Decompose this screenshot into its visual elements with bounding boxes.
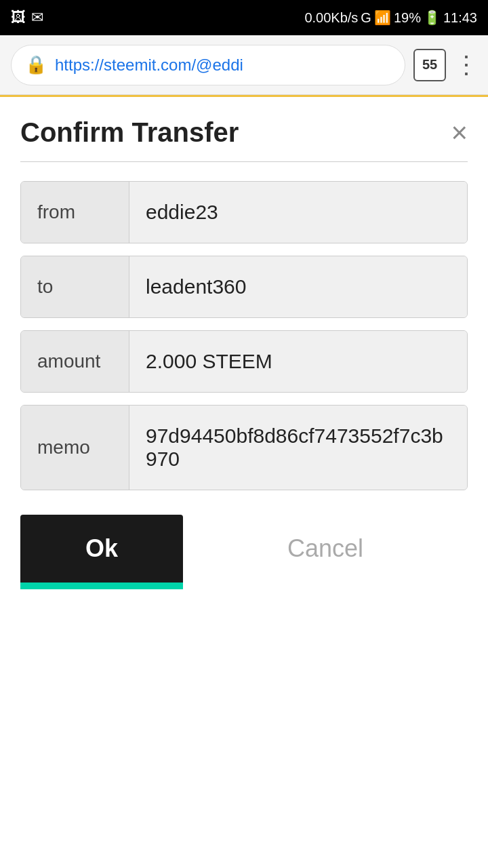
tab-count[interactable]: 55 (413, 49, 446, 81)
to-field-row: to leadent360 (20, 256, 468, 318)
image-icon: 🖼 (11, 9, 26, 26)
menu-icon[interactable]: ⋮ (454, 51, 477, 79)
status-bar: 🖼 ✉ 0.00Kb/s G 📶 19% 🔋 11:43 (0, 0, 488, 35)
to-label: to (21, 256, 129, 317)
amount-value: 2.000 STEEM (129, 331, 467, 392)
battery-text: 19% (394, 10, 421, 26)
from-value: eddie23 (129, 182, 467, 243)
url-field[interactable]: 🔒 https://steemit.com/@eddi (11, 45, 405, 85)
close-button[interactable]: × (451, 119, 468, 147)
battery-icon: 🔋 (424, 9, 441, 26)
status-left: 🖼 ✉ (11, 9, 43, 26)
header-divider (20, 161, 468, 162)
memo-label: memo (21, 406, 129, 490)
ok-button[interactable]: Ok (20, 515, 183, 583)
mail-icon: ✉ (31, 9, 43, 26)
speed-text: 0.00Kb/s (304, 10, 358, 26)
signal-icon: G (361, 10, 371, 26)
to-value: leadent360 (129, 256, 467, 317)
button-row: Ok Cancel (20, 515, 468, 583)
wifi-icon: 📶 (374, 9, 391, 26)
from-field-row: from eddie23 (20, 181, 468, 243)
amount-field-row: amount 2.000 STEEM (20, 330, 468, 393)
confirm-transfer-dialog: Confirm Transfer × from eddie23 to leade… (0, 97, 488, 610)
url-text: https://steemit.com/@eddi (55, 56, 391, 75)
page-content: Confirm Transfer × from eddie23 to leade… (0, 95, 488, 868)
dialog-title: Confirm Transfer (20, 117, 239, 148)
cancel-button[interactable]: Cancel (183, 515, 468, 583)
time-text: 11:43 (443, 10, 477, 26)
from-label: from (21, 182, 129, 243)
dialog-header: Confirm Transfer × (20, 117, 468, 148)
address-bar: 🔒 https://steemit.com/@eddi 55 ⋮ (0, 35, 488, 95)
lock-icon: 🔒 (25, 54, 47, 75)
status-right: 0.00Kb/s G 📶 19% 🔋 11:43 (304, 9, 477, 26)
memo-value: 97d94450bf8d86cf7473552f7c3b970 (129, 406, 467, 490)
amount-label: amount (21, 331, 129, 392)
memo-field-row: memo 97d94450bf8d86cf7473552f7c3b970 (20, 405, 468, 490)
